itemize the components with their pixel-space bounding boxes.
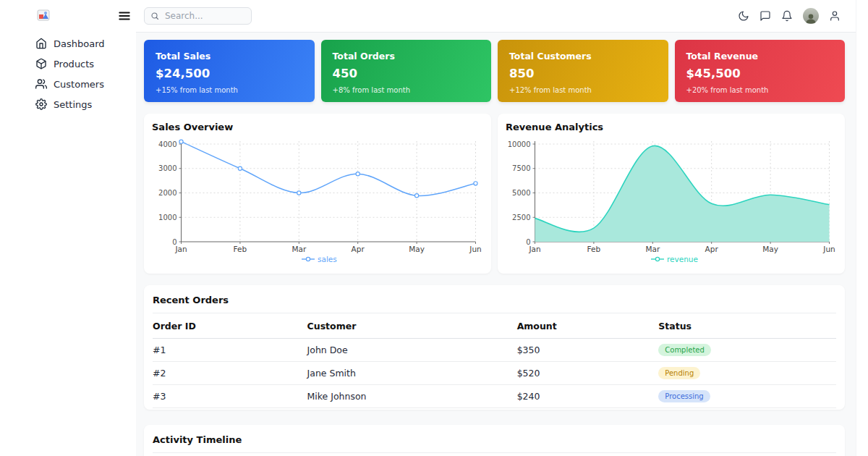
- avatar[interactable]: [803, 8, 819, 24]
- svg-text:Jun: Jun: [822, 245, 835, 253]
- sidebar-item-label: Products: [54, 59, 94, 69]
- stat-card-total-sales[interactable]: Total Sales $24,500 +15% from last month: [144, 40, 315, 102]
- svg-text:Apr: Apr: [705, 245, 719, 253]
- stat-title: Total Revenue: [686, 51, 834, 62]
- column-header-amount: Amount: [517, 313, 659, 339]
- stat-card-total-revenue[interactable]: Total Revenue $45,500 +20% from last mon…: [675, 40, 846, 102]
- content-area: Total Sales $24,500 +15% from last month…: [136, 33, 868, 456]
- stat-change: +8% from last month: [333, 86, 480, 94]
- revenue-analytics-chart: 025005000750010000JanFebMarAprMayJunreve…: [498, 114, 845, 274]
- sales-overview-chart: 01000200030004000JanFebMarAprMayJunsales: [144, 114, 491, 274]
- notifications-button[interactable]: [781, 10, 793, 22]
- svg-text:3000: 3000: [158, 164, 176, 172]
- stat-title: Total Customers: [509, 51, 657, 62]
- sidebar-item-label: Customers: [54, 79, 104, 90]
- hamburger-icon: [118, 9, 131, 22]
- customer-cell: Jane Smith: [307, 362, 517, 385]
- app-logo-broken-image-icon: [37, 9, 50, 22]
- sidebar-item-dashboard[interactable]: Dashboard: [0, 33, 136, 54]
- orders-table: Order ID Customer Amount Status #1 John …: [153, 313, 836, 408]
- bell-icon: [781, 10, 793, 22]
- sidebar-item-settings[interactable]: Settings: [0, 94, 136, 114]
- customer-cell: John Doe: [307, 339, 517, 362]
- user-icon: [829, 10, 841, 22]
- svg-text:Feb: Feb: [587, 245, 601, 253]
- users-icon: [35, 78, 47, 90]
- stat-value: $24,500: [156, 67, 303, 80]
- stat-title: Total Orders: [333, 51, 480, 62]
- topbar: [136, 0, 868, 33]
- stat-change: +12% from last month: [509, 86, 657, 94]
- svg-text:May: May: [762, 245, 778, 253]
- svg-text:Mar: Mar: [292, 245, 306, 253]
- table-row[interactable]: #1 John Doe $350 Completed: [153, 339, 836, 362]
- status-badge: Processing: [658, 390, 710, 402]
- order-id-cell: #1: [153, 339, 307, 362]
- table-row[interactable]: #2 Jane Smith $520 Pending: [153, 362, 836, 385]
- scrollbar-track[interactable]: [856, 0, 868, 456]
- main-column: Total Sales $24,500 +15% from last month…: [136, 0, 868, 456]
- moon-icon: [738, 10, 749, 22]
- chat-icon: [760, 10, 771, 22]
- svg-text:7500: 7500: [512, 164, 530, 172]
- table-header-row: Order ID Customer Amount Status: [153, 313, 836, 339]
- stat-change: +15% from last month: [156, 86, 303, 94]
- svg-text:revenue: revenue: [667, 255, 698, 263]
- sidebar-item-products[interactable]: Products: [0, 54, 136, 74]
- stat-title: Total Sales: [156, 51, 303, 62]
- sidebar: Dashboard Products Customers: [0, 0, 136, 456]
- svg-text:Jan: Jan: [528, 245, 540, 253]
- stat-value: 850: [509, 67, 657, 80]
- profile-button[interactable]: [829, 10, 841, 22]
- column-header-status: Status: [658, 313, 836, 339]
- status-badge: Pending: [658, 367, 700, 379]
- amount-cell: $520: [517, 362, 659, 385]
- messages-button[interactable]: [760, 10, 771, 22]
- svg-text:4000: 4000: [158, 140, 176, 148]
- sidebar-item-customers[interactable]: Customers: [0, 74, 136, 94]
- activity-timeline-panel: Activity Timeline New order received: [144, 425, 845, 456]
- svg-text:Apr: Apr: [352, 245, 365, 253]
- sidebar-item-label: Dashboard: [54, 38, 105, 49]
- svg-text:sales: sales: [318, 255, 337, 263]
- home-icon: [35, 38, 47, 49]
- search-icon: [150, 12, 159, 20]
- menu-toggle-button[interactable]: [116, 7, 133, 25]
- stat-change: +20% from last month: [686, 86, 834, 94]
- svg-text:Jun: Jun: [469, 245, 481, 253]
- status-badge: Completed: [658, 344, 711, 356]
- svg-text:Mar: Mar: [645, 245, 660, 253]
- svg-text:1000: 1000: [158, 214, 176, 221]
- sidebar-header: [0, 0, 136, 33]
- svg-text:Feb: Feb: [234, 245, 247, 253]
- amount-cell: $240: [517, 385, 659, 408]
- avatar-silhouette-icon: [804, 12, 817, 24]
- svg-text:2000: 2000: [158, 189, 176, 197]
- order-id-cell: #2: [153, 362, 307, 385]
- revenue-analytics-card: Revenue Analytics 025005000750010000JanF…: [498, 114, 845, 274]
- search-box[interactable]: [144, 7, 252, 25]
- svg-text:10000: 10000: [508, 140, 531, 148]
- table-row[interactable]: #3 Mike Johnson $240 Processing: [153, 385, 836, 408]
- topbar-icons: [738, 8, 841, 24]
- search-input[interactable]: [163, 10, 245, 22]
- customer-cell: Mike Johnson: [307, 385, 517, 408]
- charts-row: Sales Overview 01000200030004000JanFebMa…: [144, 114, 845, 274]
- stat-cards-row: Total Sales $24,500 +15% from last month…: [144, 40, 845, 102]
- stat-value: 450: [333, 67, 480, 80]
- panel-title: Recent Orders: [153, 285, 836, 313]
- order-id-cell: #3: [153, 385, 307, 408]
- recent-orders-panel: Recent Orders Order ID Customer Amount S…: [144, 285, 845, 410]
- svg-text:5000: 5000: [512, 189, 530, 197]
- dark-mode-button[interactable]: [738, 10, 749, 22]
- column-header-order-id: Order ID: [153, 313, 307, 339]
- svg-text:2500: 2500: [512, 214, 530, 221]
- sidebar-item-label: Settings: [54, 99, 92, 110]
- stat-card-total-orders[interactable]: Total Orders 450 +8% from last month: [321, 40, 492, 102]
- svg-text:May: May: [409, 245, 425, 253]
- svg-text:Jan: Jan: [174, 245, 187, 253]
- stat-card-total-customers[interactable]: Total Customers 850 +12% from last month: [498, 40, 668, 102]
- package-icon: [35, 58, 47, 69]
- panel-title: Activity Timeline: [153, 425, 836, 453]
- sidebar-nav: Dashboard Products Customers: [0, 33, 136, 114]
